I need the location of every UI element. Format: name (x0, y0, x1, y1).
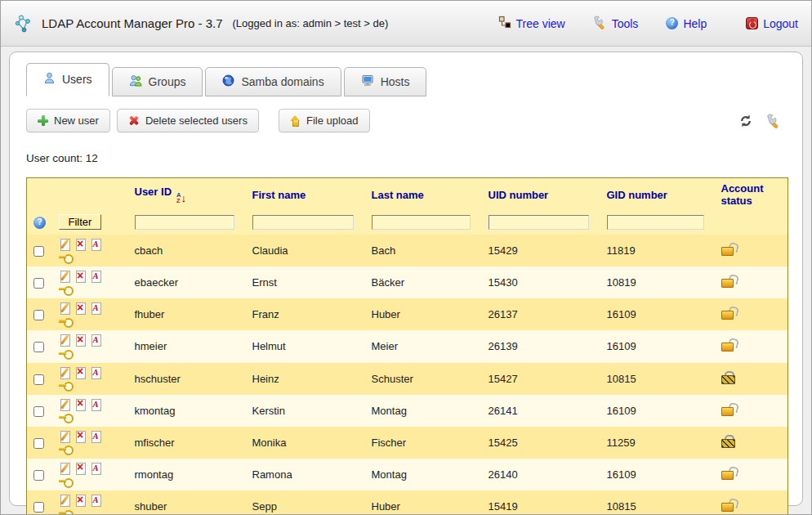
row-checkbox[interactable] (33, 342, 44, 352)
nav-logout[interactable]: Logout (746, 17, 798, 30)
refresh-icon[interactable] (738, 114, 753, 128)
pdf-export-icon[interactable] (90, 430, 103, 442)
tab-samba-domains[interactable]: Samba domains (205, 67, 341, 96)
delete-icon[interactable] (74, 302, 87, 315)
pdf-export-icon[interactable] (90, 398, 103, 410)
pdf-export-icon[interactable] (90, 495, 103, 507)
pdf-export-icon[interactable] (90, 271, 103, 283)
row-checkbox[interactable] (33, 310, 44, 320)
help-icon (666, 17, 678, 29)
account-status-icon (721, 338, 738, 352)
row-checkbox[interactable] (33, 374, 44, 385)
password-key-icon[interactable] (59, 411, 74, 423)
filter-input-gid-number[interactable] (607, 215, 704, 230)
account-status-icon (721, 403, 738, 416)
tab-samba-domains-label: Samba domains (241, 75, 323, 88)
delete-icon[interactable] (74, 430, 87, 442)
tab-users[interactable]: Users (26, 63, 109, 96)
delete-selected-label: Delete selected users (145, 114, 248, 127)
password-key-icon[interactable] (59, 443, 74, 455)
delete-icon[interactable] (74, 271, 87, 283)
row-checkbox[interactable] (33, 246, 44, 257)
group-icon (129, 74, 142, 89)
pdf-export-icon[interactable] (90, 239, 103, 251)
table-row[interactable]: shuber Sepp Huber 15419 10815 (27, 490, 788, 515)
pdf-export-icon[interactable] (90, 462, 103, 474)
wrench-icon[interactable] (766, 114, 781, 128)
pdf-export-icon[interactable] (90, 366, 103, 378)
password-key-icon[interactable] (59, 508, 74, 515)
nav-tools[interactable]: Tools (593, 16, 639, 32)
account-status-icon (721, 307, 738, 320)
password-key-icon[interactable] (59, 284, 74, 296)
row-checkbox[interactable] (33, 470, 44, 481)
filter-row: Filter (27, 211, 788, 235)
table-row[interactable]: hschuster Heinz Schuster 15427 10815 (27, 363, 788, 395)
user-id-cell: hmeier (128, 330, 246, 362)
help-icon[interactable] (33, 217, 46, 229)
delete-icon[interactable] (74, 239, 87, 251)
user-id-cell: mfischer (128, 427, 246, 459)
password-key-icon[interactable] (59, 252, 74, 264)
delete-icon[interactable] (74, 366, 87, 378)
nav-help-label: Help (683, 17, 707, 30)
delete-icon[interactable] (74, 462, 87, 474)
nav-help[interactable]: Help (666, 17, 707, 30)
delete-selected-users-button[interactable]: Delete selected users (117, 109, 259, 132)
row-checkbox[interactable] (33, 406, 44, 417)
accounts-table: User IDAZ↓ First name Last name UID numb… (26, 177, 788, 515)
row-checkbox[interactable] (33, 278, 44, 289)
password-key-icon[interactable] (59, 347, 74, 360)
nav-tree-view[interactable]: Tree view (498, 16, 565, 31)
column-header-user-id[interactable]: User IDAZ↓ (128, 178, 246, 212)
row-checkbox[interactable] (33, 438, 44, 449)
edit-icon[interactable] (59, 271, 72, 283)
column-header-uid-number[interactable]: UID number (482, 178, 600, 212)
tab-groups[interactable]: Groups (112, 67, 203, 96)
edit-icon[interactable] (59, 366, 72, 378)
logout-icon (746, 17, 758, 29)
pdf-export-icon[interactable] (90, 334, 103, 347)
edit-icon[interactable] (59, 462, 72, 474)
row-checkbox[interactable] (33, 502, 44, 513)
edit-icon[interactable] (59, 398, 72, 410)
delete-icon[interactable] (74, 334, 87, 347)
filter-input-last-name[interactable] (372, 215, 471, 230)
edit-icon[interactable] (59, 302, 72, 315)
password-key-icon[interactable] (59, 316, 74, 328)
table-row[interactable]: rmontag Ramona Montag 26140 16109 (27, 459, 788, 490)
toolbar: New user Delete selected users File uplo… (26, 109, 786, 132)
edit-icon[interactable] (59, 430, 72, 442)
password-key-icon[interactable] (59, 476, 74, 488)
table-row[interactable]: fhuber Franz Huber 26137 16109 (27, 298, 788, 330)
new-user-button[interactable]: New user (26, 109, 110, 132)
globe-icon (222, 74, 234, 89)
password-key-icon[interactable] (59, 379, 74, 392)
file-upload-button[interactable]: File upload (279, 109, 370, 132)
edit-icon[interactable] (59, 239, 72, 251)
column-header-gid-number[interactable]: GID number (600, 178, 715, 212)
edit-icon[interactable] (59, 334, 72, 347)
pdf-export-icon[interactable] (90, 302, 103, 315)
table-row[interactable]: cbach Claudia Bach 15429 11819 (27, 235, 788, 266)
new-user-label: New user (54, 114, 99, 127)
filter-input-first-name[interactable] (252, 215, 355, 230)
tab-hosts[interactable]: Hosts (344, 67, 427, 96)
column-header-account-status[interactable]: Account status (715, 178, 788, 212)
filter-button[interactable]: Filter (59, 214, 102, 230)
filter-input-user-id[interactable] (135, 215, 235, 230)
delete-icon[interactable] (74, 398, 87, 410)
table-row[interactable]: mfischer Monika Fischer 15425 11259 (27, 427, 788, 459)
sort-az-desc-icon[interactable]: AZ↓ (176, 192, 186, 204)
account-status-icon (721, 243, 738, 256)
table-row[interactable]: kmontag Kerstin Montag 26141 16109 (27, 395, 788, 427)
column-header-first-name[interactable]: First name (246, 178, 365, 212)
plus-icon (38, 115, 48, 126)
table-row[interactable]: ebaecker Ernst Bäcker 15430 10819 (27, 266, 788, 298)
edit-icon[interactable] (59, 495, 72, 507)
column-header-last-name[interactable]: Last name (365, 178, 482, 212)
delete-icon[interactable] (74, 495, 87, 507)
user-count: User count: 12 (26, 152, 786, 164)
table-row[interactable]: hmeier Helmut Meier 26139 16109 (27, 330, 788, 362)
filter-input-uid-number[interactable] (489, 215, 590, 230)
